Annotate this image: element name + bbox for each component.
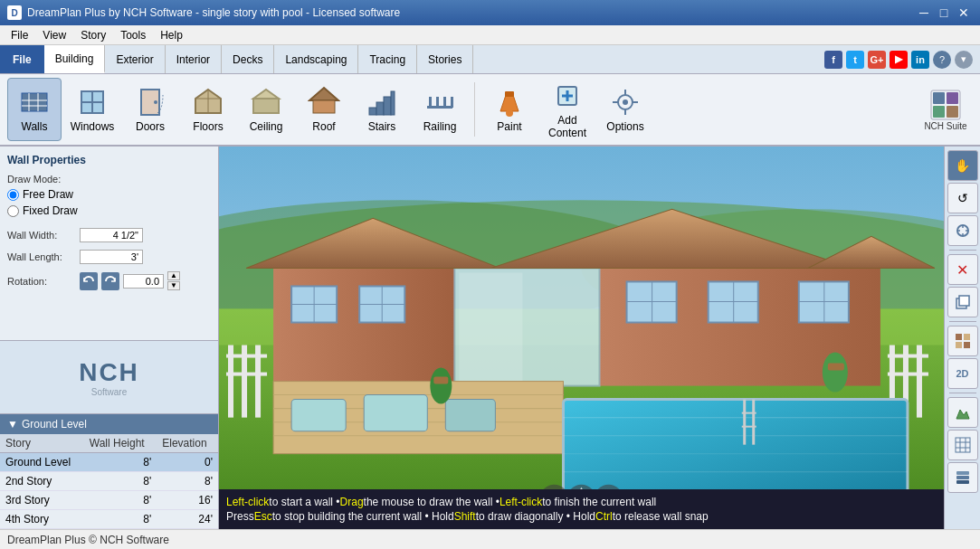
svg-marker-15 <box>309 88 338 100</box>
table-row[interactable]: 2nd Story 8' 8' <box>0 472 218 491</box>
menu-view[interactable]: View <box>35 27 73 43</box>
tab-tracing[interactable]: Tracing <box>358 45 417 73</box>
free-draw-option[interactable]: Free Draw <box>7 188 211 201</box>
ceiling-icon <box>250 86 282 118</box>
svg-point-32 <box>623 99 628 105</box>
ribbon-railing[interactable]: Railing <box>413 78 467 141</box>
pointer-tool-button[interactable]: ✋ <box>947 150 978 181</box>
tab-file[interactable]: File <box>0 45 44 73</box>
tab-bar: File Building Exterior Interior Decks La… <box>0 45 980 74</box>
tab-stories[interactable]: Stories <box>417 45 473 73</box>
status-leftclick-2: Left-click <box>500 496 542 508</box>
ribbon-add-content[interactable]: Add Content <box>540 78 595 141</box>
options-icon <box>609 86 642 118</box>
nch-logo-container: NCH Software <box>79 358 139 397</box>
ribbon-doors[interactable]: Doors <box>123 78 177 141</box>
main-layout: Wall Properties Draw Mode: Free Draw Fix… <box>0 147 980 529</box>
main-3d-view[interactable] <box>219 147 944 489</box>
ground-level-title: Ground Level <box>22 418 87 431</box>
svg-rect-51 <box>459 272 522 381</box>
tab-building[interactable]: Building <box>44 45 106 73</box>
nch-logo: NCH <box>79 358 139 387</box>
bottom-bar: DreamPlan Plus © NCH Software <box>0 529 980 549</box>
status-drag: Drag <box>340 496 364 508</box>
rotate-right-button[interactable] <box>101 272 119 290</box>
menu-file[interactable]: File <box>4 27 35 43</box>
rotation-spinner[interactable]: ▲ ▼ <box>167 271 180 290</box>
ground-level-panel: ▼ Ground Level Story Wall Height Elevati… <box>0 413 218 529</box>
col-wall-height: Wall Height <box>84 434 157 453</box>
2d-view-button[interactable]: 2D <box>947 358 978 389</box>
status-press: Press <box>226 510 254 523</box>
tab-landscaping[interactable]: Landscaping <box>274 45 358 73</box>
story-table: Story Wall Height Elevation Ground Level… <box>0 434 218 529</box>
linkedin-icon[interactable]: in <box>911 51 929 69</box>
rotate-left-button[interactable] <box>80 272 98 290</box>
ribbon-ceiling[interactable]: Ceiling <box>239 78 293 141</box>
layers-button[interactable] <box>947 462 978 493</box>
fixed-draw-radio[interactable] <box>7 205 19 217</box>
wall-length-row: Wall Length: <box>7 250 211 264</box>
svg-rect-98 <box>433 377 448 384</box>
col-story: Story <box>0 434 84 453</box>
svg-rect-120 <box>956 471 969 475</box>
tab-exterior[interactable]: Exterior <box>105 45 165 73</box>
rotation-input[interactable] <box>123 274 164 289</box>
wall-height-cell: 8' <box>84 472 157 491</box>
grid-button[interactable] <box>947 430 978 460</box>
fixed-draw-option[interactable]: Fixed Draw <box>7 204 211 217</box>
tab-decks[interactable]: Decks <box>222 45 274 73</box>
ribbon-options[interactable]: Options <box>598 78 652 141</box>
ribbon-floors[interactable]: Floors <box>181 78 235 141</box>
status-esc: Esc <box>254 510 272 523</box>
pan-tool-button[interactable] <box>947 215 978 246</box>
orbit-tool-button[interactable]: ↺ <box>947 183 978 213</box>
window-controls[interactable]: ─ □ ✕ <box>915 4 973 22</box>
svg-rect-119 <box>956 438 970 452</box>
minimize-button[interactable]: ─ <box>915 4 933 22</box>
twitter-icon[interactable]: t <box>846 51 864 69</box>
ribbon-walls[interactable]: Walls <box>7 78 62 141</box>
ribbon-roof[interactable]: Roof <box>297 78 351 141</box>
draw-mode-label: Draw Mode: <box>7 174 211 185</box>
svg-rect-38 <box>933 92 945 104</box>
nch-suite-button[interactable]: NCH Suite <box>918 78 973 141</box>
ribbon-stairs[interactable]: Stairs <box>355 78 409 141</box>
ribbon-paint[interactable]: Paint <box>482 78 537 141</box>
table-row[interactable]: 3rd Story 8' 16' <box>0 491 218 510</box>
maximize-button[interactable]: □ <box>935 4 953 22</box>
ground-level-header[interactable]: ▼ Ground Level <box>0 414 218 434</box>
left-panel: Wall Properties Draw Mode: Free Draw Fix… <box>0 147 219 529</box>
svg-rect-18 <box>376 102 384 115</box>
table-row[interactable]: 4th Story 8' 24' <box>0 510 218 529</box>
rotation-down-button[interactable]: ▼ <box>167 281 180 290</box>
svg-rect-76 <box>364 395 427 431</box>
paint-label: Paint <box>497 120 521 133</box>
youtube-icon[interactable]: ▶ <box>890 51 908 69</box>
svg-point-97 <box>430 368 452 404</box>
help-button[interactable]: ? <box>933 51 951 69</box>
free-draw-radio[interactable] <box>7 189 19 201</box>
terrain-button[interactable] <box>947 397 978 428</box>
tab-interior[interactable]: Interior <box>166 45 222 73</box>
story-name-cell: Ground Level <box>0 453 84 472</box>
facebook-icon[interactable]: f <box>824 51 842 69</box>
googleplus-icon[interactable]: G+ <box>868 51 886 69</box>
delete-button[interactable]: ✕ <box>947 254 978 285</box>
close-button[interactable]: ✕ <box>955 4 973 22</box>
menu-help[interactable]: Help <box>153 27 190 43</box>
settings-button[interactable]: ▾ <box>955 51 973 69</box>
elevation-cell: 16' <box>157 491 218 510</box>
copy-button[interactable] <box>947 287 978 317</box>
wall-width-input[interactable] <box>80 228 143 242</box>
menu-story[interactable]: Story <box>73 27 113 43</box>
menu-tools[interactable]: Tools <box>113 27 153 43</box>
ribbon-windows[interactable]: Windows <box>65 78 119 141</box>
table-row[interactable]: Ground Level 8' 0' <box>0 453 218 472</box>
rotation-up-button[interactable]: ▲ <box>167 271 180 280</box>
floors-label: Floors <box>193 120 223 133</box>
nch-software-label: Software <box>79 387 139 397</box>
material-button[interactable] <box>947 326 978 356</box>
status-text-4: to stop building the current wall • Hold <box>272 510 454 523</box>
wall-length-input[interactable] <box>80 250 143 264</box>
